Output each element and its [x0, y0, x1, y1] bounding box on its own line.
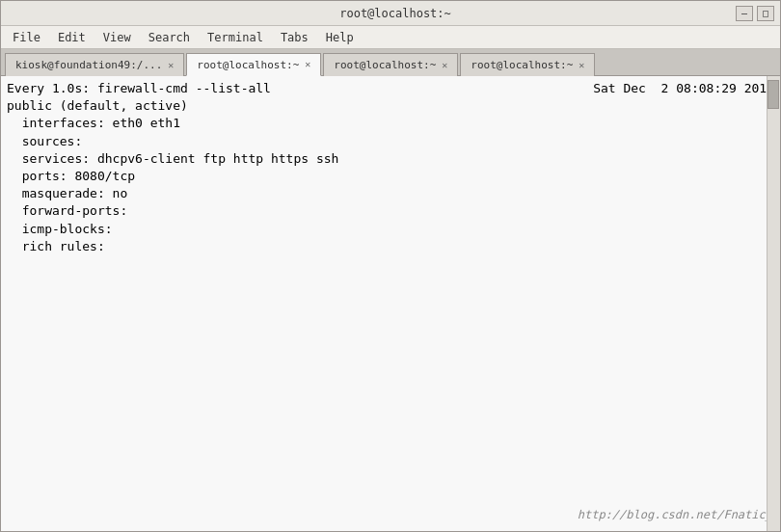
window-controls: — □: [736, 6, 774, 21]
watermark: http://blog.csdn.net/Fnatic_: [578, 507, 772, 523]
window-title: root@localhost:~: [55, 7, 736, 20]
tab-1-close[interactable]: ✕: [305, 60, 310, 69]
terminal-line-7: forward-ports:: [7, 202, 774, 220]
terminal-window: root@localhost:~ — □ File Edit View Sear…: [0, 0, 781, 532]
tab-3-close[interactable]: ✕: [579, 61, 584, 70]
terminal-header-right: Sat Dec 2 08:08:29 2017: [593, 80, 774, 97]
terminal-header-left: Every 1.0s: firewall-cmd --list-all: [7, 80, 271, 97]
tab-1-label: root@localhost:~: [197, 59, 299, 71]
tab-2-label: root@localhost:~: [334, 59, 436, 71]
tab-bar: kiosk@foundation49:/... ✕ root@localhost…: [1, 49, 780, 76]
terminal-line-6: masquerade: no: [7, 185, 774, 202]
scroll-thumb[interactable]: [768, 80, 779, 109]
maximize-button[interactable]: □: [757, 6, 774, 21]
tab-2-close[interactable]: ✕: [442, 61, 447, 70]
terminal-line-3: sources:: [7, 133, 774, 150]
menu-terminal[interactable]: Terminal: [200, 29, 271, 46]
menu-search[interactable]: Search: [141, 29, 198, 46]
menu-tabs[interactable]: Tabs: [273, 29, 316, 46]
tab-0-label: kiosk@foundation49:/...: [15, 59, 162, 71]
minimize-button[interactable]: —: [736, 6, 753, 21]
terminal-line-4: services: dhcpv6-client ftp http https s…: [7, 150, 774, 168]
terminal-line-5: ports: 8080/tcp: [7, 168, 774, 185]
tab-0-close[interactable]: ✕: [168, 61, 174, 70]
title-bar: root@localhost:~ — □: [1, 1, 780, 26]
menu-file[interactable]: File: [5, 29, 48, 46]
tab-1[interactable]: root@localhost:~ ✕: [186, 53, 321, 76]
menu-view[interactable]: View: [95, 29, 139, 46]
menu-help[interactable]: Help: [318, 29, 362, 46]
terminal-header: Every 1.0s: firewall-cmd --list-all Sat …: [7, 80, 774, 97]
terminal-line-2: interfaces: eth0 eth1: [7, 115, 774, 132]
tab-3[interactable]: root@localhost:~ ✕: [460, 53, 595, 76]
tab-2[interactable]: root@localhost:~ ✕: [323, 53, 458, 76]
tab-3-label: root@localhost:~: [471, 59, 573, 71]
tab-0[interactable]: kiosk@foundation49:/... ✕: [5, 53, 184, 76]
scrollbar[interactable]: [767, 76, 780, 531]
terminal-line-9: rich rules:: [7, 238, 774, 255]
terminal-content: Every 1.0s: firewall-cmd --list-all Sat …: [1, 76, 780, 531]
menu-bar: File Edit View Search Terminal Tabs Help: [1, 26, 780, 49]
terminal-line-1: public (default, active): [7, 97, 774, 115]
menu-edit[interactable]: Edit: [50, 29, 94, 46]
terminal-line-8: icmp-blocks:: [7, 221, 774, 238]
